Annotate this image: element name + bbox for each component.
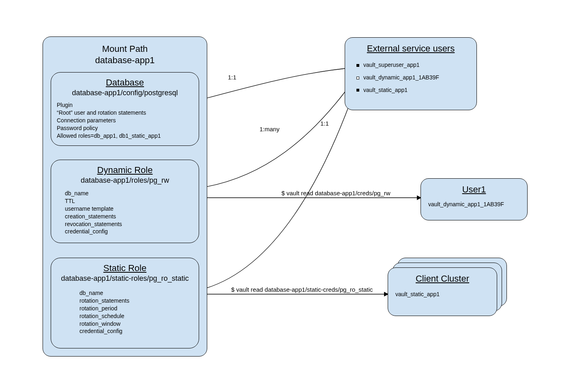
mount-path-title: Mount Path database-app1	[43, 37, 207, 66]
external-service-users-box: External service users vault_superuser_a…	[345, 37, 477, 110]
service-user-item: vault_dynamic_app1_1AB39F	[356, 71, 472, 84]
static-role-title: Static Role	[51, 263, 199, 273]
static-role-prop: db_name	[79, 289, 193, 297]
static-role-prop: rotation_schedule	[79, 312, 193, 320]
user1-title: User1	[421, 184, 527, 195]
diagram-canvas: Mount Path database-app1 Database databa…	[0, 0, 588, 376]
dynamic-role-prop: revocation_statements	[65, 220, 193, 228]
mount-path-title-line1: Mount Path	[43, 43, 207, 55]
dynamic-role-prop: username template	[65, 205, 193, 213]
static-role-path: database-app1/static-roles/pg_ro_static	[51, 274, 199, 283]
client-cluster-box: Client Cluster vault_static_app1	[388, 267, 497, 316]
dynamic-role-title: Dynamic Role	[51, 165, 199, 175]
client-cluster-value: vault_static_app1	[388, 284, 497, 298]
edge-label-1-1: 1:1	[228, 74, 236, 81]
dynamic-role-prop: db_name	[65, 190, 193, 197]
database-prop: Connection parameters	[57, 117, 193, 124]
database-path: database-app1/config/postgresql	[51, 89, 199, 97]
static-role-prop: rotation_statements	[79, 297, 193, 305]
static-role-prop: rotation_period	[79, 305, 193, 312]
database-props: Plugin “Root” user and rotation statemen…	[51, 97, 199, 139]
database-prop: Password policy	[57, 124, 193, 132]
static-role-box: Static Role database-app1/static-roles/p…	[51, 258, 199, 348]
bullet-icon	[356, 89, 359, 92]
user1-value: vault_dynamic_app1_1AB39F	[421, 195, 527, 208]
bullet-icon	[356, 64, 359, 67]
edge-label-1-1-b: 1:1	[320, 120, 329, 127]
dynamic-role-prop: creation_statements	[65, 213, 193, 220]
service-user-name: vault_dynamic_app1_1AB39F	[363, 74, 439, 81]
bullet-hollow-icon	[356, 77, 359, 79]
dynamic-role-box: Dynamic Role database-app1/roles/pg_rw d…	[51, 160, 199, 243]
dynamic-role-prop: credential_config	[65, 228, 193, 235]
client-cluster-title: Client Cluster	[388, 273, 497, 284]
dynamic-role-props: db_name TTL username template creation_s…	[51, 185, 199, 235]
edge-label-1-many: 1:many	[260, 126, 279, 132]
database-prop: Allowed roles=db_app1, db1_static_app1	[57, 132, 193, 140]
cmd-static-read: $ vault read database-app1/static-creds/…	[231, 286, 373, 293]
external-service-users-title: External service users	[345, 43, 476, 54]
database-prop: “Root” user and rotation statements	[57, 109, 193, 117]
mount-path-title-line2: database-app1	[43, 55, 207, 66]
database-title: Database	[51, 77, 199, 88]
database-prop: Plugin	[57, 101, 193, 109]
static-role-prop: credential_config	[79, 327, 193, 335]
dynamic-role-prop: TTL	[65, 197, 193, 205]
client-cluster-stack: Client Cluster vault_static_app1	[388, 258, 508, 318]
service-user-name: vault_static_app1	[363, 87, 408, 93]
service-user-item: vault_static_app1	[356, 84, 472, 96]
external-service-users-list: vault_superuser_app1 vault_dynamic_app1_…	[345, 54, 476, 96]
user1-box: User1 vault_dynamic_app1_1AB39F	[421, 178, 528, 220]
cmd-dynamic-read: $ vault read database-app1/creds/pg_rw	[281, 190, 391, 197]
service-user-name: vault_superuser_app1	[363, 62, 420, 68]
database-box: Database database-app1/config/postgresql…	[51, 72, 199, 146]
service-user-item: vault_superuser_app1	[356, 59, 472, 71]
static-role-props: db_name rotation_statements rotation_per…	[51, 283, 199, 335]
dynamic-role-path: database-app1/roles/pg_rw	[51, 176, 199, 185]
static-role-prop: rotation_window	[79, 320, 193, 328]
